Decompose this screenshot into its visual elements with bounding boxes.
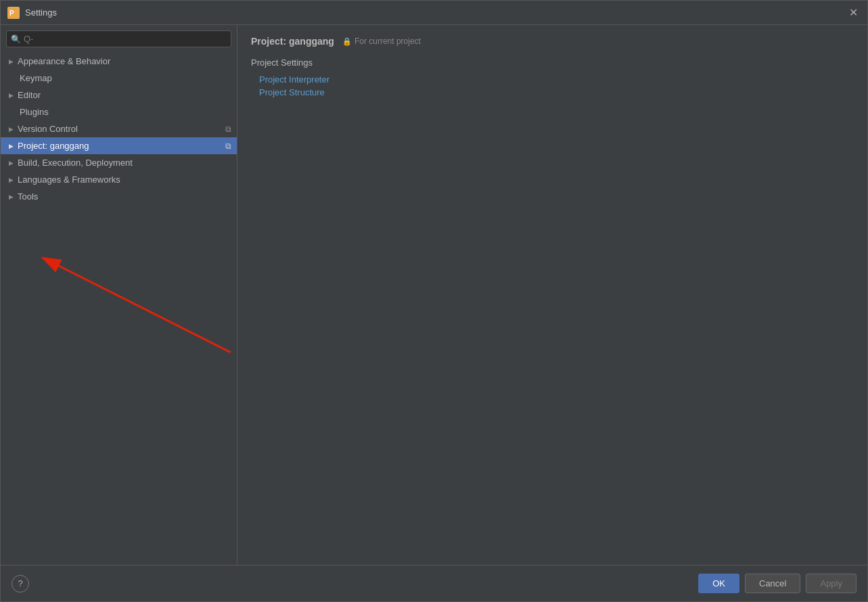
sidebar-item-version-control[interactable]: ▶ Version Control ⧉ (1, 120, 237, 137)
sidebar-item-appearance[interactable]: ▶ Appearance & Behavior (1, 53, 237, 70)
sidebar: 🔍 ▶ Appearance & Behavior Keymap ▶ Edito… (1, 25, 237, 565)
apply-button[interactable]: Apply (806, 574, 856, 593)
chevron-icon: ▶ (9, 126, 14, 133)
project-interpreter-link[interactable]: Project Interpreter (259, 74, 854, 85)
help-button[interactable]: ? (12, 575, 29, 593)
sidebar-item-label: Keymap (9, 73, 231, 83)
chevron-icon: ▶ (9, 160, 14, 166)
nav-items: ▶ Appearance & Behavior Keymap ▶ Editor … (1, 53, 237, 565)
search-icon: 🔍 (11, 34, 21, 44)
search-box[interactable]: 🔍 (6, 30, 231, 47)
copy-icon: ⧉ (225, 141, 231, 151)
chevron-icon: ▶ (9, 143, 14, 149)
chevron-icon: ▶ (9, 177, 14, 183)
svg-text:P: P (9, 9, 14, 17)
sidebar-item-label: Tools (18, 191, 231, 202)
search-input[interactable] (24, 34, 227, 44)
settings-window: P Settings ✕ 🔍 ▶ Appearance & Behavior K… (0, 0, 868, 602)
sidebar-item-label: Version Control (18, 124, 221, 134)
title-bar-left: P Settings (7, 7, 57, 19)
project-structure-link[interactable]: Project Structure (259, 87, 854, 97)
chevron-icon: ▶ (9, 193, 14, 200)
window-title: Settings (25, 7, 57, 18)
sidebar-item-label: Build, Execution, Deployment (18, 158, 231, 168)
window-body: 🔍 ▶ Appearance & Behavior Keymap ▶ Edito… (1, 25, 867, 565)
bottom-right: OK Cancel Apply (698, 574, 856, 593)
main-content: Project: ganggang 🔒 For current project … (237, 25, 867, 565)
ok-button[interactable]: OK (698, 574, 739, 593)
title-bar: P Settings ✕ (1, 1, 867, 25)
for-current-label: For current project (355, 37, 421, 46)
for-current-badge: 🔒 For current project (342, 37, 421, 46)
sidebar-item-label: Appearance & Behavior (18, 56, 231, 66)
sidebar-item-label: Project: ganggang (18, 141, 221, 151)
close-button[interactable]: ✕ (846, 6, 861, 20)
app-icon: P (7, 7, 20, 19)
sidebar-item-project-ganggang[interactable]: ▶ Project: ganggang ⧉ (1, 137, 237, 154)
bottom-bar: ? OK Cancel Apply (1, 565, 867, 601)
badge-icon: 🔒 (342, 37, 352, 46)
cancel-button[interactable]: Cancel (745, 574, 800, 593)
project-header: Project: ganggang 🔒 For current project (251, 36, 854, 47)
chevron-icon: ▶ (9, 92, 14, 99)
copy-icon: ⧉ (225, 124, 231, 134)
sidebar-item-label: Editor (18, 90, 231, 100)
sidebar-item-label: Plugins (9, 107, 231, 117)
bottom-left: ? (12, 575, 29, 593)
sidebar-item-label: Languages & Frameworks (18, 175, 231, 185)
section-header: Project Settings (251, 57, 854, 68)
sidebar-item-build-execution[interactable]: ▶ Build, Execution, Deployment (1, 154, 237, 171)
sidebar-item-keymap[interactable]: Keymap (1, 70, 237, 87)
sidebar-item-editor[interactable]: ▶ Editor (1, 87, 237, 103)
sidebar-item-languages-frameworks[interactable]: ▶ Languages & Frameworks (1, 171, 237, 188)
project-title: Project: ganggang (251, 36, 334, 47)
sidebar-item-plugins[interactable]: Plugins (1, 103, 237, 120)
sidebar-item-tools[interactable]: ▶ Tools (1, 188, 237, 205)
section-links: Project Interpreter Project Structure (251, 74, 854, 97)
chevron-icon: ▶ (9, 58, 14, 65)
